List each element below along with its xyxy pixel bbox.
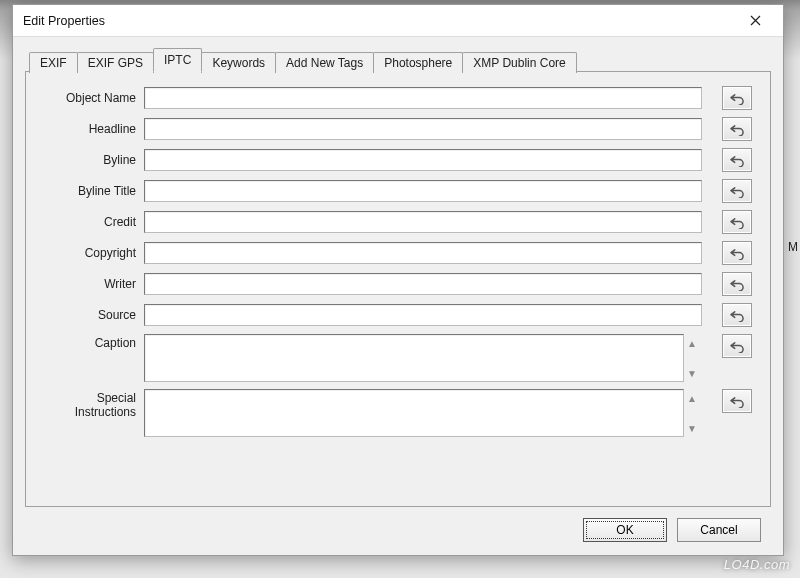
- close-button[interactable]: [735, 7, 775, 35]
- input-credit[interactable]: [144, 211, 702, 233]
- label-byline-title: Byline Title: [36, 184, 136, 198]
- undo-byline[interactable]: [722, 148, 752, 172]
- ok-button[interactable]: OK: [583, 518, 667, 542]
- tab-exif-gps[interactable]: EXIF GPS: [77, 52, 154, 73]
- undo-icon: [730, 395, 745, 408]
- scroll-up-icon[interactable]: ▲: [684, 336, 700, 350]
- undo-headline[interactable]: [722, 117, 752, 141]
- textarea-special-instructions[interactable]: [144, 389, 684, 437]
- label-credit: Credit: [36, 215, 136, 229]
- undo-icon: [730, 123, 745, 136]
- label-special: Special Instructions: [36, 389, 136, 419]
- special-scroll: ▲ ▼: [684, 389, 702, 437]
- window-title: Edit Properties: [23, 14, 735, 28]
- undo-credit[interactable]: [722, 210, 752, 234]
- undo-icon: [730, 92, 745, 105]
- cancel-button[interactable]: Cancel: [677, 518, 761, 542]
- undo-icon: [730, 278, 745, 291]
- undo-icon: [730, 154, 745, 167]
- input-source[interactable]: [144, 304, 702, 326]
- label-headline: Headline: [36, 122, 136, 136]
- titlebar: Edit Properties: [13, 5, 783, 37]
- label-source: Source: [36, 308, 136, 322]
- undo-caption[interactable]: [722, 334, 752, 358]
- background-text: M: [788, 240, 798, 254]
- input-writer[interactable]: [144, 273, 702, 295]
- input-byline-title[interactable]: [144, 180, 702, 202]
- undo-copyright[interactable]: [722, 241, 752, 265]
- scroll-down-icon[interactable]: ▼: [684, 421, 700, 435]
- undo-special[interactable]: [722, 389, 752, 413]
- tab-exif[interactable]: EXIF: [29, 52, 78, 73]
- scroll-up-icon[interactable]: ▲: [684, 391, 700, 405]
- tab-panel-iptc: Object Name Headline Byline Byline Title…: [25, 71, 771, 507]
- tab-photosphere[interactable]: Photosphere: [373, 52, 463, 73]
- undo-writer[interactable]: [722, 272, 752, 296]
- input-byline[interactable]: [144, 149, 702, 171]
- undo-icon: [730, 309, 745, 322]
- button-bar: OK Cancel: [25, 507, 771, 547]
- undo-icon: [730, 185, 745, 198]
- undo-object-name[interactable]: [722, 86, 752, 110]
- undo-icon: [730, 216, 745, 229]
- label-writer: Writer: [36, 277, 136, 291]
- label-byline: Byline: [36, 153, 136, 167]
- form-grid: Object Name Headline Byline Byline Title…: [36, 86, 752, 437]
- tab-row: EXIF EXIF GPS IPTC Keywords Add New Tags…: [29, 49, 771, 72]
- watermark: LO4D.com: [724, 557, 790, 572]
- tab-add-new-tags[interactable]: Add New Tags: [275, 52, 374, 73]
- client-area: EXIF EXIF GPS IPTC Keywords Add New Tags…: [13, 37, 783, 555]
- undo-byline-title[interactable]: [722, 179, 752, 203]
- tab-keywords[interactable]: Keywords: [201, 52, 276, 73]
- input-copyright[interactable]: [144, 242, 702, 264]
- label-object-name: Object Name: [36, 91, 136, 105]
- undo-source[interactable]: [722, 303, 752, 327]
- undo-icon: [730, 247, 745, 260]
- tab-xmp-dublin-core[interactable]: XMP Dublin Core: [462, 52, 576, 73]
- label-copyright: Copyright: [36, 246, 136, 260]
- undo-icon: [730, 340, 745, 353]
- close-icon: [750, 15, 761, 26]
- label-caption: Caption: [36, 334, 136, 350]
- scroll-down-icon[interactable]: ▼: [684, 366, 700, 380]
- textarea-caption[interactable]: [144, 334, 684, 382]
- input-headline[interactable]: [144, 118, 702, 140]
- tab-iptc[interactable]: IPTC: [153, 48, 202, 72]
- input-object-name[interactable]: [144, 87, 702, 109]
- caption-scroll: ▲ ▼: [684, 334, 702, 382]
- dialog-edit-properties: Edit Properties EXIF EXIF GPS IPTC Keywo…: [12, 4, 784, 556]
